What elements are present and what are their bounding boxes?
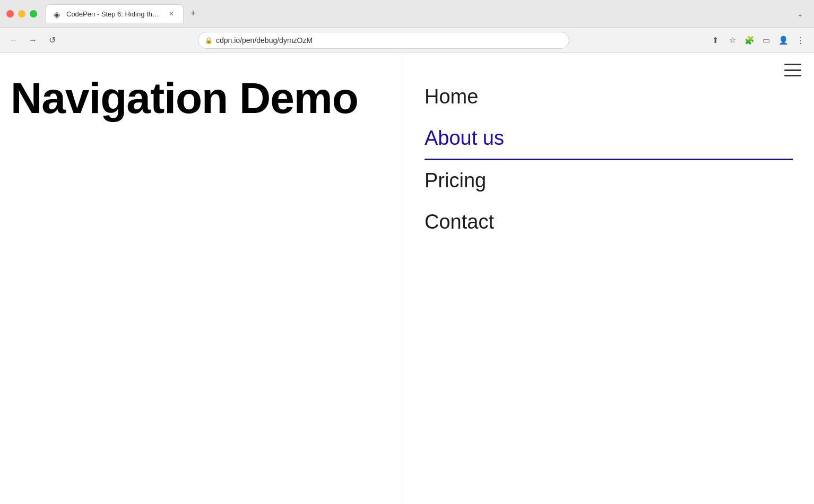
nav-link-about[interactable]: About us xyxy=(425,127,504,149)
share-button[interactable]: ⬆ xyxy=(708,33,723,48)
toolbar-actions: ⬆ ☆ 🧩 ▭ 👤 ⋮ xyxy=(708,33,808,48)
new-tab-button[interactable]: + xyxy=(186,6,201,21)
lock-icon: 🔒 xyxy=(205,37,213,44)
nav-item-home[interactable]: Home xyxy=(425,76,793,118)
url-text: cdpn.io/pen/debug/dymzOzM xyxy=(216,36,562,45)
hamburger-line-1 xyxy=(784,64,801,65)
tab-favicon-icon: ◈ xyxy=(54,10,62,18)
browser-window: ◈ CodePen - Step 6: Hiding the l... ✕ + … xyxy=(0,0,814,504)
webpage-content: Navigation Demo Home About us Pricing xyxy=(0,53,814,504)
nav-link-home[interactable]: Home xyxy=(425,85,478,108)
forward-button[interactable]: → xyxy=(25,33,40,48)
traffic-lights xyxy=(6,10,37,18)
left-panel: Navigation Demo xyxy=(0,53,403,504)
account-button[interactable]: 👤 xyxy=(776,33,791,48)
close-button[interactable] xyxy=(6,10,14,18)
nav-item-contact[interactable]: Contact xyxy=(425,202,793,243)
nav-item-pricing[interactable]: Pricing xyxy=(425,160,793,202)
hamburger-menu-button[interactable] xyxy=(784,64,801,76)
nav-list: Home About us Pricing Contact xyxy=(425,76,793,242)
right-panel: Home About us Pricing Contact xyxy=(403,53,814,504)
tab-bar-right: ⌄ xyxy=(793,6,808,21)
hamburger-line-2 xyxy=(784,69,801,71)
refresh-button[interactable]: ↺ xyxy=(45,33,59,48)
page-title: Navigation Demo xyxy=(11,74,358,122)
nav-link-pricing[interactable]: Pricing xyxy=(425,169,486,192)
title-bar: ◈ CodePen - Step 6: Hiding the l... ✕ + … xyxy=(0,0,814,28)
maximize-button[interactable] xyxy=(30,10,37,18)
hamburger-line-3 xyxy=(784,75,801,76)
minimize-button[interactable] xyxy=(18,10,25,18)
extensions-button[interactable]: 🧩 xyxy=(742,33,757,48)
active-tab[interactable]: ◈ CodePen - Step 6: Hiding the l... ✕ xyxy=(46,4,184,23)
bookmark-button[interactable]: ☆ xyxy=(725,33,740,48)
nav-item-about[interactable]: About us xyxy=(425,118,793,161)
tab-bar: ◈ CodePen - Step 6: Hiding the l... ✕ + xyxy=(46,4,789,23)
address-bar[interactable]: 🔒 cdpn.io/pen/debug/dymzOzM xyxy=(198,32,569,49)
back-button[interactable]: ← xyxy=(6,33,21,48)
tab-list-button[interactable]: ⌄ xyxy=(793,6,808,21)
sidebar-button[interactable]: ▭ xyxy=(759,33,774,48)
address-bar-row: ← → ↺ 🔒 cdpn.io/pen/debug/dymzOzM ⬆ ☆ 🧩 … xyxy=(0,28,814,53)
tab-title: CodePen - Step 6: Hiding the l... xyxy=(66,10,163,18)
tab-close-button[interactable]: ✕ xyxy=(167,10,176,18)
more-button[interactable]: ⋮ xyxy=(793,33,808,48)
nav-link-contact[interactable]: Contact xyxy=(425,211,494,233)
